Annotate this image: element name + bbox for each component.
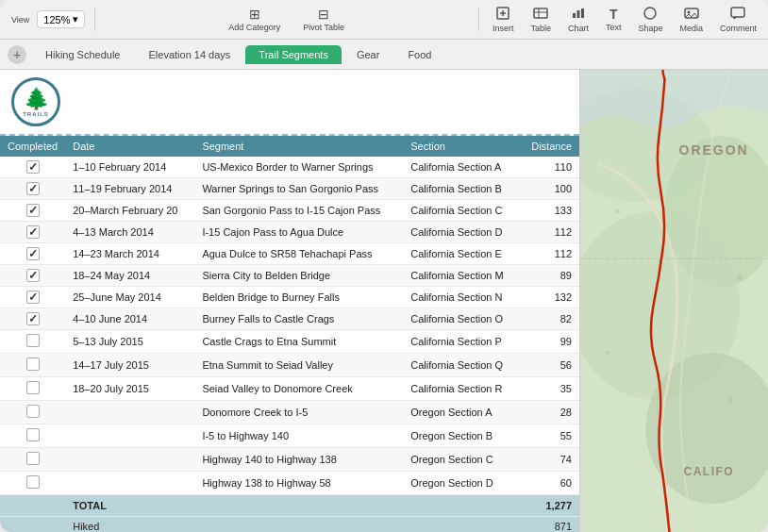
completed-cell[interactable] bbox=[0, 448, 65, 472]
add-category-button[interactable]: ⊞ Add Category bbox=[225, 5, 284, 34]
checkbox[interactable]: ✓ bbox=[26, 312, 40, 325]
date-cell: 1–10 February 2014 bbox=[65, 157, 194, 178]
hiked-row: Hiked 871 bbox=[0, 517, 579, 533]
section-cell: California Section P bbox=[403, 330, 519, 354]
main-content: 🌲 TRAILS Completed Date Segment Section … bbox=[0, 70, 768, 532]
svg-rect-8 bbox=[581, 8, 584, 18]
text-button[interactable]: T Text bbox=[602, 5, 626, 34]
distance-cell: 110 bbox=[520, 157, 579, 178]
table-row: ✓20–March February 20San Gorgonio Pass t… bbox=[0, 200, 579, 222]
completed-cell[interactable]: ✓ bbox=[0, 287, 65, 308]
date-cell bbox=[65, 424, 194, 448]
table-label: Table bbox=[530, 24, 551, 33]
date-cell: 14–17 July 2015 bbox=[65, 354, 194, 377]
checkbox[interactable]: ✓ bbox=[26, 160, 40, 174]
segment-cell: Sierra City to Belden Bridge bbox=[194, 265, 403, 287]
completed-cell[interactable]: ✓ bbox=[0, 200, 65, 222]
segment-cell: US-Mexico Border to Warner Springs bbox=[194, 157, 403, 178]
tab-bar: + Hiking Schedule Elevation 14 days Trai… bbox=[0, 40, 768, 70]
logo-area: 🌲 TRAILS bbox=[0, 70, 579, 136]
table-row: Highway 138 to Highway 58Oregon Section … bbox=[0, 472, 579, 495]
media-label: Media bbox=[679, 24, 703, 33]
completed-cell[interactable] bbox=[0, 401, 65, 424]
comment-button[interactable]: Comment bbox=[716, 4, 760, 35]
checkmark-icon: ✓ bbox=[28, 312, 38, 325]
col-date: Date bbox=[65, 136, 194, 157]
svg-point-21 bbox=[616, 209, 620, 213]
tab-hiking-schedule[interactable]: Hiking Schedule bbox=[32, 45, 134, 64]
map-svg: OREGON CALIFO bbox=[580, 70, 768, 532]
distance-cell: 74 bbox=[520, 448, 579, 472]
svg-point-9 bbox=[644, 8, 656, 19]
completed-cell[interactable] bbox=[0, 330, 65, 354]
add-sheet-button[interactable]: + bbox=[8, 45, 26, 64]
completed-cell[interactable]: ✓ bbox=[0, 178, 65, 200]
total-row: TOTAL 1,277 bbox=[0, 495, 579, 517]
view-button[interactable]: View bbox=[8, 13, 33, 26]
table-row: 5–13 July 2015Castle Crags to Etna Summi… bbox=[0, 330, 579, 354]
toolbar-divider-2 bbox=[478, 8, 479, 31]
insert-label: Insert bbox=[493, 24, 514, 33]
completed-cell[interactable]: ✓ bbox=[0, 157, 65, 178]
shape-label: Shape bbox=[638, 24, 662, 33]
completed-cell[interactable] bbox=[0, 472, 65, 495]
toolbar: View 125% ▾ ⊞ Add Category ⊟ Pivot Table bbox=[0, 0, 768, 40]
checkbox[interactable]: ✓ bbox=[26, 269, 40, 282]
trail-table: Completed Date Segment Section Distance … bbox=[0, 136, 579, 532]
completed-cell[interactable]: ✓ bbox=[0, 265, 65, 287]
checkbox[interactable] bbox=[26, 405, 40, 418]
date-cell: 11–19 February 2014 bbox=[65, 178, 194, 200]
svg-rect-7 bbox=[576, 10, 579, 18]
completed-cell[interactable] bbox=[0, 354, 65, 377]
checkbox[interactable] bbox=[26, 475, 40, 489]
date-cell: 18–24 May 2014 bbox=[65, 265, 194, 287]
checkmark-icon: ✓ bbox=[28, 225, 38, 239]
completed-cell[interactable] bbox=[0, 377, 65, 401]
shape-button[interactable]: Shape bbox=[634, 4, 666, 35]
date-cell: 4–10 June 2014 bbox=[65, 308, 194, 330]
tab-trail-segments[interactable]: Trail Segments bbox=[245, 45, 342, 64]
checkbox[interactable] bbox=[26, 334, 40, 347]
checkbox[interactable]: ✓ bbox=[26, 182, 40, 195]
distance-cell: 99 bbox=[520, 330, 579, 354]
tab-food[interactable]: Food bbox=[394, 45, 444, 64]
date-cell bbox=[65, 472, 194, 495]
chart-button[interactable]: Chart bbox=[564, 4, 593, 35]
segment-cell: Highway 138 to Highway 58 bbox=[194, 472, 403, 495]
distance-cell: 112 bbox=[520, 243, 579, 265]
date-cell: 18–20 July 2015 bbox=[65, 377, 194, 401]
checkbox[interactable]: ✓ bbox=[26, 291, 40, 304]
hiked-empty-1 bbox=[194, 517, 403, 533]
toolbar-center: ⊞ Add Category ⊟ Pivot Table bbox=[105, 5, 469, 34]
spreadsheet-area: 🌲 TRAILS Completed Date Segment Section … bbox=[0, 70, 580, 532]
zoom-control[interactable]: 125% ▾ bbox=[37, 10, 84, 28]
table-row: Donomore Creek to I-5Oregon Section A28 bbox=[0, 401, 579, 424]
checkbox[interactable] bbox=[26, 381, 40, 394]
completed-cell[interactable]: ✓ bbox=[0, 308, 65, 330]
section-cell: California Section E bbox=[403, 243, 519, 265]
table-row: Highway 140 to Highway 138Oregon Section… bbox=[0, 448, 579, 472]
checkbox[interactable]: ✓ bbox=[26, 204, 40, 217]
checkmark-icon: ✓ bbox=[28, 291, 38, 304]
distance-cell: 35 bbox=[520, 377, 579, 401]
date-cell: 20–March February 20 bbox=[65, 200, 194, 222]
checkbox[interactable]: ✓ bbox=[26, 225, 40, 239]
checkbox[interactable] bbox=[26, 357, 40, 371]
insert-button[interactable]: Insert bbox=[489, 4, 518, 35]
tab-gear[interactable]: Gear bbox=[343, 45, 392, 64]
tab-elevation[interactable]: Elevation 14 days bbox=[136, 45, 244, 64]
pivot-table-button[interactable]: ⊟ Pivot Table bbox=[299, 5, 348, 34]
table-button[interactable]: Table bbox=[526, 4, 555, 35]
segment-cell: Donomore Creek to I-5 bbox=[194, 401, 403, 424]
checkbox[interactable] bbox=[26, 428, 40, 441]
section-cell: California Section C bbox=[403, 200, 519, 222]
completed-cell[interactable]: ✓ bbox=[0, 222, 65, 243]
checkbox[interactable]: ✓ bbox=[26, 247, 40, 260]
completed-cell[interactable]: ✓ bbox=[0, 243, 65, 265]
media-button[interactable]: Media bbox=[676, 4, 707, 35]
checkbox[interactable] bbox=[26, 452, 40, 465]
app-window: View 125% ▾ ⊞ Add Category ⊟ Pivot Table bbox=[0, 0, 768, 532]
shape-icon bbox=[643, 6, 658, 23]
completed-cell[interactable] bbox=[0, 424, 65, 448]
total-empty-1 bbox=[194, 495, 403, 517]
